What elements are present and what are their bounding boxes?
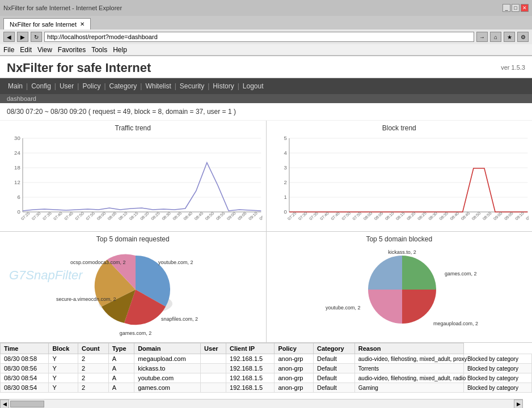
cell-reason: Blocked by category (463, 373, 531, 383)
traffic-chart-title: Traffic trend (3, 124, 263, 132)
home-button[interactable]: ⌂ (490, 32, 501, 42)
nav-policy[interactable]: Policy (79, 82, 104, 90)
cell-group: anon-grp (275, 364, 313, 373)
nav-whitelist[interactable]: Whitelist (142, 82, 174, 90)
charts-row: Traffic trend 30 24 18 12 6 0 (0, 121, 532, 232)
close-button[interactable]: ✕ (521, 4, 529, 12)
svg-text:07:35: 07:35 (41, 211, 53, 222)
svg-text:4: 4 (284, 150, 286, 156)
svg-text:08:55: 08:55 (481, 211, 492, 222)
svg-text:6: 6 (17, 194, 20, 200)
cell-time: 08/30 08:56 (1, 364, 49, 373)
data-table-container: Time Block Count Type Domain User Client… (0, 343, 532, 393)
cell-count: 2 (78, 373, 108, 383)
svg-text:09:15: 09:15 (258, 211, 262, 222)
col-client-ip: Client IP (226, 343, 275, 354)
cell-time: 08/30 08:58 (1, 354, 49, 364)
cell-type: A (108, 354, 134, 364)
cell-type: A (108, 373, 134, 383)
tab-close-icon[interactable]: ✕ (80, 21, 85, 27)
cell-category: Torrents (354, 364, 463, 373)
svg-text:07:30: 07:30 (31, 211, 42, 222)
nav-logout[interactable]: Logout (239, 82, 267, 90)
forward-button[interactable]: ▶ (17, 32, 28, 42)
cell-user (201, 354, 226, 364)
nav-history[interactable]: History (209, 82, 237, 90)
settings-button[interactable]: ⚙ (517, 32, 529, 42)
svg-text:08:40: 08:40 (183, 211, 194, 222)
pie-row: Top 5 domain requested G7SnapFilter (0, 232, 532, 343)
svg-text:games.com, 2: games.com, 2 (445, 271, 477, 277)
address-bar: ◀ ▶ ↻ → ⌂ ★ ⚙ (0, 29, 532, 44)
minimize-button[interactable]: _ (503, 4, 510, 12)
cell-block: Y (49, 373, 78, 383)
cell-reason: Blocked by category (463, 364, 531, 373)
favorites-button[interactable]: ★ (504, 32, 515, 42)
svg-text:09:00: 09:00 (226, 211, 237, 222)
svg-text:youtube.com, 2: youtube.com, 2 (158, 260, 193, 265)
cell-group: anon-grp (275, 373, 313, 383)
table-row: 08/30 08:54Y2Agames.com192.168.1.5anon-g… (1, 383, 532, 393)
svg-text:08:45: 08:45 (193, 211, 205, 222)
cell-policy: Default (313, 373, 354, 383)
svg-text:09:05: 09:05 (237, 211, 248, 222)
nav-config[interactable]: Config (28, 82, 54, 90)
cell-user (201, 364, 226, 373)
menu-edit[interactable]: Edit (20, 46, 32, 54)
menu-file[interactable]: File (3, 46, 14, 54)
nav-security[interactable]: Security (176, 82, 208, 90)
svg-text:09:10: 09:10 (247, 211, 259, 222)
menu-favorites[interactable]: Favorites (58, 46, 86, 54)
tab-bar: NxFilter for safe Internet ✕ (0, 16, 532, 29)
menu-tools[interactable]: Tools (91, 46, 107, 54)
cell-time: 08/30 08:54 (1, 383, 49, 393)
cell-domain: kickass.to (134, 364, 201, 373)
svg-text:08:00: 08:00 (96, 211, 107, 222)
svg-text:18: 18 (14, 165, 20, 171)
col-policy: Category (313, 343, 354, 354)
nav-main[interactable]: Main (5, 82, 26, 90)
svg-text:youtube.com, 2: youtube.com, 2 (326, 305, 361, 311)
cell-reason: Blocked by category (463, 354, 531, 364)
svg-text:07:55: 07:55 (85, 211, 96, 222)
title-bar: NxFilter for safe Internet - Internet Ex… (0, 0, 532, 16)
top-requested-title: Top 5 domain requested (3, 235, 263, 243)
nav-user[interactable]: User (56, 82, 77, 90)
table-row: 08/30 08:56Y2Akickass.to192.168.1.5anon-… (1, 364, 532, 373)
col-time: Time (1, 343, 49, 354)
back-button[interactable]: ◀ (3, 32, 15, 42)
cell-time: 08/30 08:54 (1, 373, 49, 383)
date-range: 08/30 07:20 ~ 08/30 09:20 (7, 108, 86, 116)
title-bar-buttons: _ □ ✕ (503, 4, 529, 12)
col-count: Count (78, 343, 108, 354)
nav-bar: Main | Config | User | Policy | Category… (0, 78, 532, 94)
menu-bar: File Edit View Favorites Tools Help (0, 44, 532, 56)
address-input[interactable] (44, 32, 474, 42)
cell-client-ip: 192.168.1.5 (226, 354, 275, 364)
active-tab[interactable]: NxFilter for safe Internet ✕ (3, 18, 91, 29)
cell-count: 2 (78, 364, 108, 373)
page-header: ver 1.5.3 NxFilter for safe Internet (0, 56, 532, 78)
nav-category[interactable]: Category (106, 82, 141, 90)
menu-help[interactable]: Help (113, 46, 127, 54)
report-stats: ( request = 49, block = 8, domain = 37, … (88, 108, 236, 116)
svg-text:07:40: 07:40 (52, 211, 64, 222)
svg-text:07:45: 07:45 (63, 211, 74, 222)
maximize-button[interactable]: □ (512, 4, 520, 12)
menu-view[interactable]: View (37, 46, 52, 54)
table-row: 08/30 08:58Y2Amegaupload.com192.168.1.5a… (1, 354, 532, 364)
refresh-button[interactable]: ↻ (31, 32, 42, 42)
svg-text:08:50: 08:50 (204, 211, 216, 222)
cell-group: anon-grp (275, 354, 313, 364)
block-chart-panel: Block trend 5 4 3 2 1 0 (267, 121, 533, 231)
block-chart-title: Block trend (270, 124, 529, 132)
go-button[interactable]: → (476, 32, 488, 42)
svg-text:08:15: 08:15 (128, 211, 140, 222)
cell-domain: youtube.com (134, 373, 201, 383)
cell-policy: Default (313, 354, 354, 364)
svg-text:0: 0 (17, 209, 20, 215)
svg-text:secure-a.vimeocdn.com, 2: secure-a.vimeocdn.com, 2 (56, 296, 116, 302)
cell-domain: megaupload.com (134, 354, 201, 364)
cell-block: Y (49, 383, 78, 393)
title-bar-text: NxFilter for safe Internet - Internet Ex… (3, 5, 122, 11)
